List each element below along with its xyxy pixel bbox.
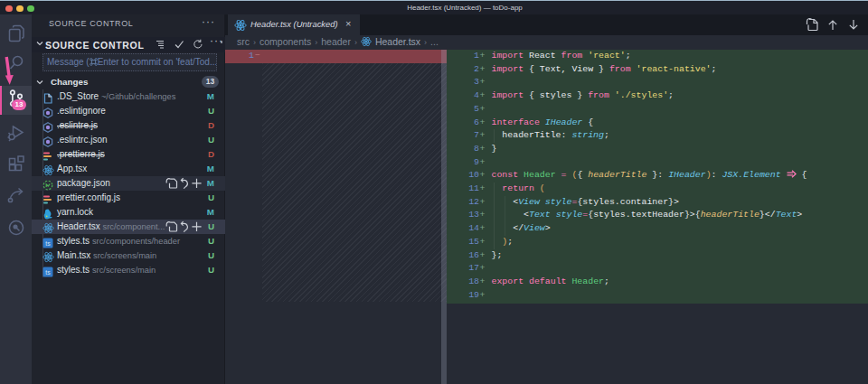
svg-text:ts: ts bbox=[45, 240, 51, 247]
svg-text:ts: ts bbox=[45, 269, 51, 276]
